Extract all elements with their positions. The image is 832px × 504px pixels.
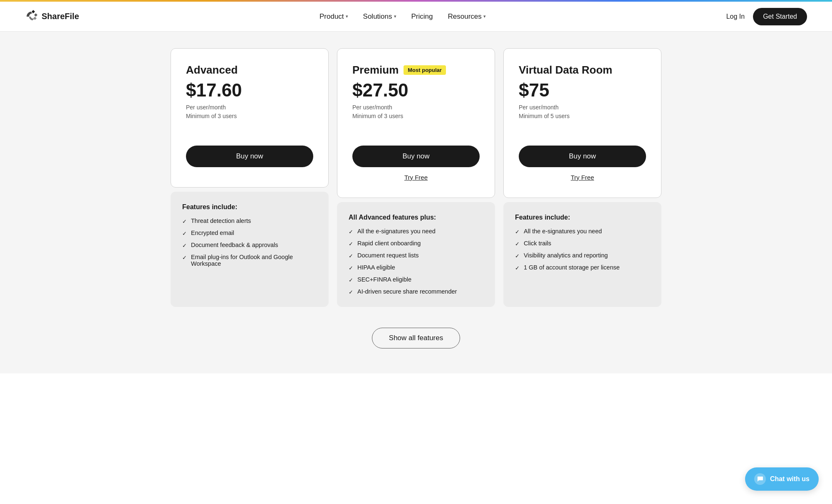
list-item: ✓ 1 GB of account storage per license <box>515 264 650 271</box>
vdr-price-sub: Per user/monthMinimum of 5 users <box>519 103 646 121</box>
advanced-feature-list: ✓ Threat detection alerts ✓ Encrypted em… <box>182 217 317 267</box>
check-icon: ✓ <box>182 242 187 249</box>
premium-title-row: Premium Most popular <box>352 64 480 77</box>
list-item: ✓ HIPAA eligible <box>349 264 483 271</box>
nav-actions: Log In Get Started <box>726 8 807 25</box>
resources-chevron-icon: ▾ <box>483 14 486 19</box>
nav-product[interactable]: Product ▾ <box>319 12 348 21</box>
chat-widget[interactable]: Chat with us <box>745 467 819 491</box>
list-item: ✓ All the e-signatures you need <box>515 228 650 235</box>
chat-label: Chat with us <box>770 475 810 483</box>
list-item: ✓ Email plug-ins for Outlook and Google … <box>182 254 317 267</box>
chat-icon <box>754 473 766 485</box>
vdr-plan-title: Virtual Data Room <box>519 64 612 77</box>
premium-feature-list: ✓ All the e-signatures you need ✓ Rapid … <box>349 228 483 295</box>
list-item: ✓ Visibility analytics and reporting <box>515 252 650 259</box>
logo[interactable]: ShareFile <box>25 10 79 23</box>
nav-solutions[interactable]: Solutions ▾ <box>363 12 396 21</box>
list-item: ✓ Document feedback & approvals <box>182 242 317 249</box>
list-item: ✓ Rapid client onboarding <box>349 240 483 247</box>
check-icon: ✓ <box>349 265 353 271</box>
premium-card-top: Premium Most popular $27.50 Per user/mon… <box>337 48 495 198</box>
vdr-price: $75 <box>519 80 646 101</box>
sharefile-logo-icon <box>25 10 38 23</box>
advanced-plan-title: Advanced <box>186 64 238 77</box>
premium-features: All Advanced features plus: ✓ All the e-… <box>337 202 495 307</box>
vdr-features-title: Features include: <box>515 214 650 221</box>
list-item: ✓ Threat detection alerts <box>182 217 317 225</box>
navigation: ShareFile Product ▾ Solutions ▾ Pricing … <box>0 2 832 32</box>
get-started-button[interactable]: Get Started <box>753 8 807 25</box>
list-item: ✓ SEC+FINRA eligible <box>349 276 483 283</box>
vdr-try-free-link[interactable]: Try Free <box>519 172 646 183</box>
check-icon: ✓ <box>349 229 353 235</box>
solutions-chevron-icon: ▾ <box>394 14 396 19</box>
check-icon: ✓ <box>349 253 353 259</box>
advanced-title-row: Advanced <box>186 64 313 77</box>
pricing-plans-row: Advanced $17.60 Per user/monthMinimum of… <box>166 48 666 307</box>
check-icon: ✓ <box>349 241 353 247</box>
check-icon: ✓ <box>515 265 520 271</box>
nav-links: Product ▾ Solutions ▾ Pricing Resources … <box>319 12 486 21</box>
premium-try-free-link[interactable]: Try Free <box>352 172 480 183</box>
vdr-title-row: Virtual Data Room <box>519 64 646 77</box>
check-icon: ✓ <box>515 241 520 247</box>
nav-resources[interactable]: Resources ▾ <box>448 12 485 21</box>
premium-features-title: All Advanced features plus: <box>349 214 483 221</box>
list-item: ✓ Encrypted email <box>182 230 317 237</box>
nav-pricing[interactable]: Pricing <box>411 12 433 21</box>
check-icon: ✓ <box>515 229 520 235</box>
premium-plan-title: Premium <box>352 64 399 77</box>
advanced-price-sub: Per user/monthMinimum of 3 users <box>186 103 313 121</box>
product-chevron-icon: ▾ <box>346 14 348 19</box>
check-icon: ✓ <box>182 218 187 225</box>
vdr-buy-now-button[interactable]: Buy now <box>519 146 646 167</box>
advanced-features: Features include: ✓ Threat detection ale… <box>171 192 329 307</box>
check-icon: ✓ <box>182 254 187 261</box>
advanced-plan-column: Advanced $17.60 Per user/monthMinimum of… <box>171 48 329 307</box>
premium-price: $27.50 <box>352 80 480 101</box>
login-link[interactable]: Log In <box>726 13 745 20</box>
advanced-buy-now-button[interactable]: Buy now <box>186 146 313 167</box>
check-icon: ✓ <box>182 230 187 237</box>
advanced-features-title: Features include: <box>182 203 317 211</box>
list-item: ✓ AI-driven secure share recommender <box>349 288 483 295</box>
check-icon: ✓ <box>349 277 353 283</box>
premium-buy-now-button[interactable]: Buy now <box>352 146 480 167</box>
advanced-card-top: Advanced $17.60 Per user/monthMinimum of… <box>171 48 329 188</box>
advanced-price: $17.60 <box>186 80 313 101</box>
list-item: ✓ Click trails <box>515 240 650 247</box>
logo-text: ShareFile <box>42 12 79 21</box>
premium-plan-column: Premium Most popular $27.50 Per user/mon… <box>337 48 495 307</box>
show-all-features-row: Show all features <box>25 328 807 348</box>
vdr-features: Features include: ✓ All the e-signatures… <box>503 202 661 307</box>
vdr-card-top: Virtual Data Room $75 Per user/monthMini… <box>503 48 661 198</box>
premium-price-sub: Per user/monthMinimum of 3 users <box>352 103 480 121</box>
check-icon: ✓ <box>515 253 520 259</box>
vdr-feature-list: ✓ All the e-signatures you need ✓ Click … <box>515 228 650 271</box>
list-item: ✓ Document request lists <box>349 252 483 259</box>
check-icon: ✓ <box>349 289 353 295</box>
main-content: Advanced $17.60 Per user/monthMinimum of… <box>0 32 832 373</box>
most-popular-badge: Most popular <box>404 65 446 75</box>
list-item: ✓ All the e-signatures you need <box>349 228 483 235</box>
vdr-plan-column: Virtual Data Room $75 Per user/monthMini… <box>503 48 661 307</box>
show-all-features-button[interactable]: Show all features <box>372 328 460 348</box>
